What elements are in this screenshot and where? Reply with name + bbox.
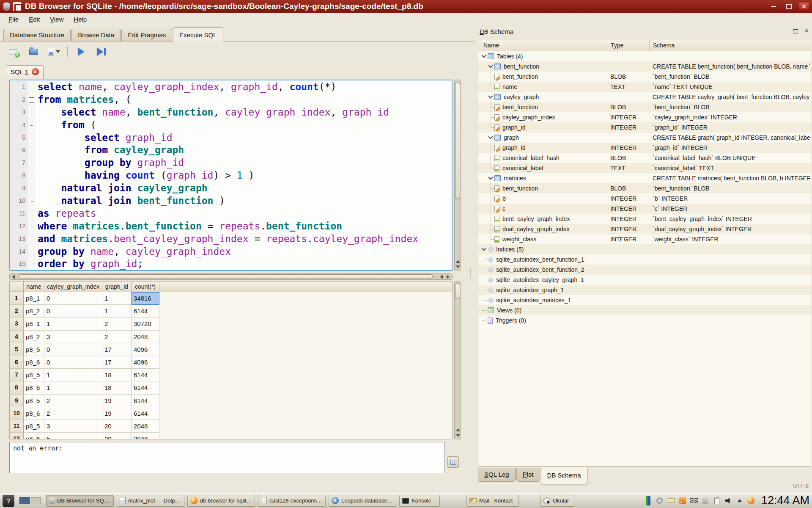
- code-fold-marker-icon[interactable]: [28, 94, 36, 106]
- table-cell[interactable]: 1: [44, 369, 102, 381]
- table-cell[interactable]: 1: [102, 305, 132, 318]
- close-tab-icon[interactable]: ✕: [32, 68, 39, 75]
- taskbar-task-txt[interactable]: cast128-exceptions.t...: [258, 495, 326, 507]
- schema-tree-row[interactable]: graph_idINTEGER`graph_id` INTEGER: [478, 122, 811, 133]
- table-row[interactable]: 10p8_62196144: [10, 407, 452, 420]
- code-line[interactable]: 1select name, cayley_graph_index, graph_…: [10, 81, 452, 94]
- editor-vscroll-thumb[interactable]: [455, 83, 460, 199]
- tab-execute-sql[interactable]: Execute SQL: [173, 28, 223, 41]
- taskbar-task-k[interactable]: Leopardi-database-...: [329, 495, 396, 507]
- table-cell[interactable]: p8_2: [24, 331, 44, 343]
- execution-message-box[interactable]: not an error:: [9, 442, 445, 473]
- column-header-count[interactable]: count(*): [132, 282, 159, 292]
- column-header-cayley-graph-index[interactable]: cayley_graph_index: [44, 282, 102, 292]
- menu-file[interactable]: File: [4, 14, 23, 25]
- execute-current-line-button[interactable]: [94, 45, 108, 58]
- table-row[interactable]: 12p8_65202048: [10, 433, 452, 439]
- code-line[interactable]: 4 from (: [10, 119, 452, 132]
- schema-tree-row[interactable]: bINTEGER`b` INTEGER: [478, 193, 811, 204]
- schema-tree-row[interactable]: graphCREATE TABLE graph( graph_id INTEGE…: [478, 133, 811, 143]
- scroll-down-arrow-icon[interactable]: [456, 434, 460, 437]
- app-launcher-icon[interactable]: [3, 495, 14, 507]
- table-row[interactable]: 7p8_51186144: [10, 369, 452, 381]
- settings-gear-icon[interactable]: [656, 497, 664, 505]
- execute-sql-button[interactable]: [74, 45, 88, 58]
- table-cell[interactable]: 2: [102, 331, 132, 343]
- table-cell[interactable]: p8_5: [24, 420, 44, 433]
- schema-tree-row[interactable]: sqlite_autoindex_graph_1: [478, 285, 811, 295]
- table-cell[interactable]: 5: [44, 433, 102, 439]
- table-row[interactable]: 2p8_2016144: [10, 305, 452, 318]
- table-row[interactable]: 11p8_53202048: [10, 420, 452, 433]
- table-row[interactable]: 5p8_50174096: [10, 343, 452, 356]
- table-cell[interactable]: 4096: [132, 356, 159, 369]
- row-number[interactable]: 9: [10, 395, 24, 407]
- table-cell[interactable]: 20: [102, 420, 132, 433]
- table-cell[interactable]: 2: [44, 407, 102, 420]
- status-encoding[interactable]: UTF-8: [793, 483, 809, 489]
- table-cell[interactable]: 1: [102, 292, 132, 305]
- taskbar-task-doc[interactable]: matrix_plot — Dolp...: [117, 495, 184, 507]
- open-sql-file-button[interactable]: [26, 45, 41, 58]
- sql-1-tab[interactable]: SQL 1 ✕: [6, 65, 44, 79]
- results-table[interactable]: name cayley_graph_index graph_id count(*…: [9, 281, 453, 439]
- table-cell[interactable]: 18: [102, 381, 132, 394]
- schema-tree-row[interactable]: cayley_graphCREATE TABLE cayley_graph( b…: [478, 92, 811, 102]
- table-cell[interactable]: 17: [102, 356, 132, 369]
- table-cell[interactable]: p8_1: [24, 292, 44, 305]
- table-cell[interactable]: 2: [102, 318, 132, 330]
- row-number[interactable]: 1: [10, 292, 24, 305]
- volume-icon[interactable]: [724, 497, 732, 505]
- table-row[interactable]: 6p8_60174096: [10, 356, 452, 369]
- table-cell[interactable]: 1: [44, 318, 102, 330]
- scroll-left-arrow-icon[interactable]: [12, 275, 15, 279]
- schema-column-type[interactable]: Type: [607, 40, 623, 51]
- table-cell[interactable]: 20: [102, 433, 132, 439]
- table-cell[interactable]: p8_1: [24, 318, 44, 330]
- schema-tree-row[interactable]: sqlite_autoindex_bent_function_1: [478, 254, 811, 265]
- table-cell[interactable]: 18: [102, 369, 132, 381]
- taskbar-task-ok[interactable]: Okular: [540, 495, 574, 507]
- schema-tree-row[interactable]: bent_functionCREATE TABLE bent_function(…: [478, 61, 811, 72]
- table-cell[interactable]: 2: [44, 395, 102, 407]
- table-row[interactable]: 1p8_10134816: [10, 292, 452, 305]
- scroll-up-arrow-icon[interactable]: [456, 428, 460, 431]
- code-line[interactable]: 15order by graph_id;: [10, 258, 452, 271]
- table-cell[interactable]: 17: [102, 343, 132, 356]
- maximize-button[interactable]: [784, 3, 793, 10]
- taskbar-task-term[interactable]: Konsole: [399, 495, 440, 507]
- code-line[interactable]: 14group by name, cayley_graph_index: [10, 246, 452, 258]
- table-cell[interactable]: p8_2: [24, 305, 44, 318]
- taskbar-task-db[interactable]: DB Browser for SQLi...: [46, 495, 114, 507]
- table-cell[interactable]: p8_5: [24, 343, 44, 356]
- table-cell[interactable]: 6144: [132, 407, 159, 420]
- table-cell[interactable]: 6144: [132, 305, 159, 318]
- schema-tree-row[interactable]: nameTEXT`name` TEXT UNIQUE: [478, 82, 811, 92]
- mail-notifier-icon[interactable]: [667, 497, 675, 505]
- chevron-down-icon[interactable]: [481, 244, 488, 254]
- row-number[interactable]: 3: [10, 318, 24, 330]
- table-cell[interactable]: 2048: [132, 433, 159, 439]
- schema-tree-row[interactable]: canonical_label_hashBLOB`canonical_label…: [478, 153, 811, 163]
- table-cell[interactable]: p8_6: [24, 381, 44, 394]
- column-header-name[interactable]: name: [24, 282, 44, 292]
- dock-close-icon[interactable]: ✕: [804, 28, 809, 34]
- scroll-left-arrow-icon[interactable]: [440, 275, 443, 279]
- table-cell[interactable]: 6144: [132, 381, 159, 394]
- taskbar-task-mail[interactable]: Mail - Kontact: [466, 495, 519, 507]
- table-cell[interactable]: 0: [44, 305, 102, 318]
- table-cell[interactable]: p8_6: [24, 433, 44, 439]
- code-line[interactable]: 5 select graph_id: [10, 132, 452, 144]
- editor-hscroll-thumb[interactable]: [18, 274, 433, 279]
- desktop-pager[interactable]: [19, 497, 41, 504]
- schema-tree-row[interactable]: cayley_graph_indexINTEGER`cayley_graph_i…: [478, 112, 811, 122]
- panel-splitter[interactable]: [465, 27, 476, 467]
- clipboard-icon[interactable]: [713, 497, 721, 505]
- firefox-tray-icon[interactable]: [747, 497, 755, 505]
- table-row[interactable]: 3p8_11230720: [10, 318, 452, 330]
- row-number[interactable]: 2: [10, 305, 24, 318]
- schema-tree-row[interactable]: weight_classINTEGER`weight_class` INTEGE…: [478, 234, 811, 244]
- export-results-button[interactable]: [447, 456, 459, 468]
- row-number[interactable]: 5: [10, 343, 24, 356]
- tab-database-structure[interactable]: Database Structure: [3, 29, 71, 41]
